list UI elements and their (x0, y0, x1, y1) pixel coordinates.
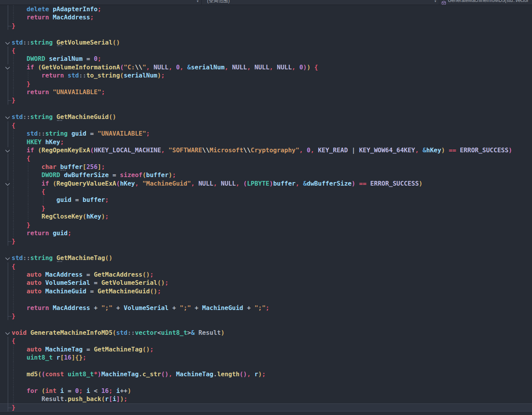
code-line[interactable]: uint8_t r[16]{}; (0, 353, 532, 362)
code-line[interactable]: { (0, 121, 532, 129)
code-text: } (0, 312, 532, 320)
code-line[interactable]: char buffer[256]; (0, 163, 532, 171)
code-line[interactable]: { (0, 46, 532, 55)
code-token: { (12, 122, 16, 129)
code-line[interactable] (0, 378, 532, 386)
code-token: 16 (64, 354, 71, 361)
code-token: } (41, 205, 45, 212)
code-line[interactable]: return "UNAVAILABLE"; (0, 88, 532, 96)
member-dropdown[interactable]: GenerateMachineInfoMD5(std::vector (439, 0, 532, 5)
code-line[interactable]: auto MachineGuid = GetMachineGuid(); (0, 287, 532, 295)
code-line[interactable]: { (0, 337, 532, 345)
code-line[interactable]: if (RegQueryValueExA(hKey, "MachineGuid"… (0, 179, 532, 188)
code-line[interactable] (0, 246, 532, 254)
code-line[interactable]: std::string GetVolumeSerial() (0, 38, 532, 46)
code-line[interactable]: auto VolumeSerial = GetVolumeSerial(); (0, 279, 532, 287)
code-token: void (12, 329, 27, 336)
code-line[interactable]: return MacAddress; (0, 13, 532, 21)
indent-guide (13, 295, 14, 303)
indent-guide (13, 378, 14, 386)
code-line[interactable]: for (int i = 0; i < 16; i++) (0, 387, 532, 395)
code-line[interactable]: } (0, 312, 532, 320)
code-line[interactable]: DWORD dwBufferSize = sizeof(buffer); (0, 171, 532, 179)
code-line[interactable]: delete pAdapterInfo; (0, 5, 532, 13)
code-token (53, 39, 57, 46)
code-line[interactable]: guid = buffer; (0, 196, 532, 204)
code-token: string (30, 39, 53, 46)
code-token: ; (262, 370, 266, 378)
code-line[interactable]: HKEY hKey; (0, 138, 532, 146)
code-token: + (191, 304, 198, 312)
code-line[interactable]: return MacAddress + ";" + VolumeSerial +… (0, 304, 532, 312)
code-text: auto MachineTag = GetMachineTag(); (0, 345, 532, 353)
code-line[interactable]: } (0, 22, 532, 30)
code-line[interactable]: void GenerateMachineInfoMD5(std::vector<… (0, 329, 532, 337)
code-line[interactable]: return std::to_string(serialNum); (0, 71, 532, 79)
code-token (183, 64, 187, 71)
code-token: = (86, 288, 94, 295)
scope-dropdown[interactable]: (全局范围) ▾ (202, 0, 439, 5)
code-line[interactable] (0, 362, 532, 370)
code-line[interactable]: auto MachineTag = GetMachineTag(); (0, 345, 532, 353)
code-token: } (12, 404, 16, 411)
project-dropdown[interactable]: ▾ (0, 0, 202, 5)
code-token: ( (142, 171, 146, 179)
code-line[interactable] (0, 30, 532, 38)
code-token: ) (120, 395, 124, 403)
code-text: char buffer[256]; (0, 163, 532, 171)
code-token: ; (105, 196, 109, 203)
code-token: ) (98, 370, 102, 378)
code-token: MachineTag (41, 346, 83, 353)
code-line[interactable]: if (RegOpenKeyExA(HKEY_LOCAL_MACHINE, "S… (0, 146, 532, 154)
code-text: uint8_t r[16]{}; (0, 353, 532, 362)
code-line[interactable]: } (0, 221, 532, 229)
code-token: Result (41, 395, 64, 403)
code-token: return (27, 14, 49, 21)
code-token: if (27, 146, 34, 154)
code-line[interactable] (0, 320, 532, 328)
code-line[interactable] (0, 295, 532, 303)
code-line[interactable]: } (0, 237, 532, 245)
code-token: , (299, 146, 303, 154)
code-token: , (236, 180, 240, 187)
code-token: = (71, 196, 79, 203)
code-line[interactable]: RegCloseKey(hKey); (0, 212, 532, 220)
code-token: [ (83, 163, 86, 170)
code-line[interactable]: { (0, 154, 532, 162)
code-line[interactable]: return guid; (0, 229, 532, 237)
code-text: { (0, 262, 532, 270)
code-line-current[interactable]: } (0, 403, 532, 412)
code-token: ) (258, 370, 262, 378)
code-line[interactable]: md5((const uint8_t*)MachineTag.c_str(), … (0, 370, 532, 378)
code-line[interactable]: } (0, 204, 532, 212)
code-token: + (90, 304, 97, 312)
code-token: string (45, 130, 68, 137)
code-text: std::string guid = "UNAVAILABLE"; (0, 129, 532, 138)
code-text: { (0, 46, 532, 55)
code-editor[interactable]: delete pAdapterInfo; return MacAddress;}… (0, 5, 532, 415)
code-line[interactable]: } (0, 96, 532, 104)
code-token: ( (120, 72, 124, 79)
code-line[interactable]: Result.push_back(r[i]); (0, 395, 532, 403)
code-token: serialNum (124, 72, 157, 79)
code-line[interactable]: auto MacAddress = GetMacAddress(); (0, 270, 532, 279)
code-token: } (12, 96, 16, 104)
code-line[interactable]: std::string guid = "UNAVAILABLE"; (0, 129, 532, 138)
code-token: ( (116, 180, 120, 187)
code-line[interactable]: { (0, 262, 532, 270)
code-token: , (269, 64, 273, 71)
code-line[interactable]: DWORD serialNum = 0; (0, 55, 532, 63)
code-token: ( (38, 146, 41, 154)
code-token: buffer (273, 180, 295, 187)
code-line[interactable]: } (0, 80, 532, 88)
code-line[interactable]: std::string GetMachineTag() (0, 254, 532, 262)
code-token (57, 163, 60, 170)
code-line[interactable]: if (GetVolumeInformationA("C:\\", NULL, … (0, 63, 532, 71)
code-text: DWORD serialNum = 0; (0, 55, 532, 63)
code-line[interactable]: std::string GetMachineGuid() (0, 113, 532, 121)
code-line[interactable]: { (0, 188, 532, 196)
code-token: 0 (295, 64, 303, 71)
code-line[interactable] (0, 105, 532, 113)
code-token: [ (109, 395, 112, 403)
scope-guide-line (8, 362, 8, 370)
